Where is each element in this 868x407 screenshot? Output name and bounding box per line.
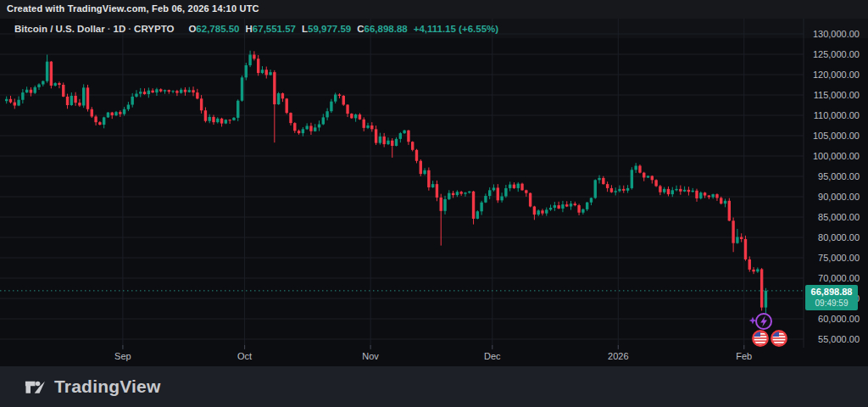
candle — [529, 193, 531, 207]
candle — [196, 92, 198, 98]
candle — [581, 209, 584, 213]
candle — [209, 117, 211, 121]
candle — [752, 270, 754, 271]
candle — [350, 114, 353, 118]
candle — [480, 203, 482, 212]
candle — [440, 198, 442, 211]
candle — [180, 90, 182, 93]
legend-separator: · — [125, 24, 134, 34]
symbol-legend[interactable]: Bitcoin / U.S. Dollar·1D·CRYPTOO62,785.5… — [14, 24, 498, 34]
candle — [448, 193, 450, 199]
candle — [94, 116, 97, 122]
candle — [123, 109, 125, 114]
candle — [387, 141, 389, 144]
candle — [151, 91, 153, 92]
candle — [590, 198, 593, 202]
candle — [225, 120, 227, 123]
price-axis-label: 55,000.00 — [807, 334, 860, 344]
us-flag-event-icon[interactable] — [771, 331, 787, 346]
candle — [363, 120, 365, 128]
candle — [103, 117, 105, 125]
candle — [261, 70, 264, 73]
candle — [82, 87, 85, 105]
candle — [411, 142, 414, 150]
lightning-event-icon[interactable] — [756, 314, 771, 329]
candle — [326, 111, 328, 117]
price-axis-label: 60,000.00 — [807, 314, 860, 324]
candle — [62, 85, 64, 97]
candle — [216, 119, 219, 122]
high-value: 67,551.57 — [253, 24, 296, 34]
candle — [618, 189, 620, 191]
candle — [659, 187, 661, 192]
candle — [570, 204, 572, 206]
candle — [314, 127, 316, 131]
candle — [135, 94, 137, 97]
candle — [651, 176, 654, 181]
candle — [509, 185, 511, 188]
candle — [464, 192, 466, 193]
candle — [638, 166, 641, 173]
tradingview-logo[interactable]: TradingView — [24, 376, 161, 399]
candle — [476, 211, 479, 219]
candle — [228, 120, 231, 120]
candle — [245, 65, 248, 77]
candle — [533, 207, 536, 215]
candle — [395, 139, 398, 146]
candle — [497, 187, 499, 200]
candle — [107, 113, 109, 118]
candle — [30, 90, 32, 93]
price-axis-label: 125,000.00 — [807, 49, 860, 59]
candle — [663, 189, 665, 192]
candle — [704, 192, 706, 195]
candle — [708, 196, 710, 198]
candle — [338, 95, 341, 96]
candle — [724, 201, 726, 204]
candle — [277, 93, 280, 104]
price-axis-label: 80,000.00 — [807, 232, 860, 243]
us-flag-event-icon[interactable] — [753, 331, 768, 346]
current-price-value: 66,898.88 — [805, 286, 858, 298]
candle — [111, 113, 114, 115]
symbol-name: Bitcoin / U.S. Dollar — [14, 24, 105, 34]
price-axis-label: 110,000.00 — [807, 110, 860, 120]
price-axis-label: 100,000.00 — [807, 151, 860, 161]
open-value: 62,785.50 — [196, 24, 239, 34]
candle — [143, 92, 146, 94]
candle — [34, 87, 36, 93]
candle — [760, 269, 763, 307]
candle — [9, 99, 12, 103]
candle — [594, 180, 597, 198]
price-axis-label: 95,000.00 — [807, 171, 860, 181]
candle — [720, 198, 722, 204]
candle — [375, 129, 377, 142]
candle — [42, 81, 44, 85]
candle — [436, 184, 438, 198]
price-axis-label: 105,000.00 — [807, 131, 860, 141]
candle — [598, 178, 600, 180]
candle — [407, 131, 409, 142]
candle — [456, 192, 459, 195]
candle — [37, 85, 40, 87]
candle — [744, 239, 747, 259]
candle — [74, 96, 76, 103]
candle — [732, 220, 734, 243]
candle — [679, 189, 682, 192]
candle — [366, 125, 369, 128]
candle — [147, 91, 150, 94]
candle — [537, 210, 539, 215]
candle — [525, 190, 527, 192]
candle — [602, 178, 604, 184]
candle — [577, 205, 580, 213]
candle — [322, 117, 325, 124]
candle — [269, 72, 271, 75]
candle — [200, 98, 203, 110]
candle — [257, 59, 259, 73]
low-value: 59,977.59 — [308, 24, 351, 34]
candle — [736, 237, 738, 243]
candle — [541, 210, 543, 213]
candle — [554, 205, 556, 208]
candle — [220, 119, 223, 124]
candle — [17, 100, 19, 106]
candle — [330, 102, 332, 112]
